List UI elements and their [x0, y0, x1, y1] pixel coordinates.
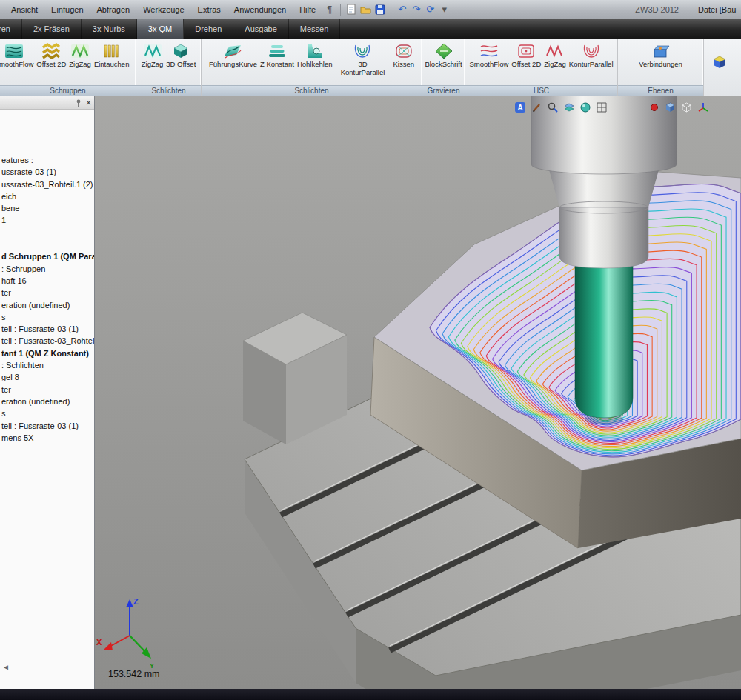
tree-item-operation[interactable]: tant 1 (QM Z Konstant) [1, 347, 94, 359]
group-label-schlichten-2: Schlichten [202, 85, 422, 96]
layers-icon[interactable] [562, 101, 575, 113]
guide-curve-icon [223, 42, 242, 60]
axis-x-label: X [96, 638, 102, 647]
tab-cut-left[interactable]: ren [0, 19, 22, 39]
btn-zigzag-schruppen[interactable]: ZigZag [67, 41, 93, 70]
fillet-corner-icon [305, 42, 325, 60]
btn-hohlkehlen[interactable]: Hohlkehlen [296, 41, 334, 70]
shade-sphere-icon[interactable] [579, 101, 591, 113]
record-dot-icon[interactable] [648, 101, 660, 113]
toolbar-separator [391, 4, 391, 16]
tree-item[interactable]: haft 16 [1, 275, 94, 287]
label-visibility-icon[interactable]: A [514, 101, 526, 113]
close-icon[interactable]: × [86, 99, 91, 107]
tab-messen[interactable]: Messen [289, 19, 341, 39]
tree-item[interactable]: ussraste-03 (1) [1, 166, 94, 178]
grid-icon[interactable] [595, 101, 608, 113]
btn-offset2d-hsc[interactable]: Offset 2D [510, 41, 542, 70]
ribbon-tab-bar: ren 2x Fräsen 3x Nurbs 3x QM Drehen Ausg… [0, 19, 741, 39]
pen-icon[interactable] [530, 101, 542, 113]
tree-item[interactable]: mens 5X [1, 432, 94, 444]
tree-item[interactable]: eration (undefined) [1, 396, 94, 407]
btn-eintauchen[interactable]: Eintauchen [93, 41, 131, 70]
tab-ausgabe[interactable]: Ausgabe [233, 19, 288, 39]
viewport-3d[interactable]: Z X Y 153.542 mm A [95, 96, 741, 689]
ribbon-group-schruppen: SmoothFlow Offset 2D ZigZag [0, 39, 136, 96]
cube-icon[interactable] [710, 53, 729, 71]
refresh-icon[interactable]: ⟳ [423, 2, 437, 16]
tree-item[interactable]: teil : Fussraste-03 (1) [1, 323, 94, 335]
btn-fuehrungskurve[interactable]: FührungsKurve [207, 41, 259, 70]
tree-item[interactable]: s [1, 311, 94, 323]
open-folder-icon[interactable] [359, 2, 373, 16]
menu-hilfe[interactable]: Hilfe [293, 1, 322, 18]
btn-verbindungen[interactable]: Verbindungen [637, 41, 684, 70]
pin-icon[interactable] [74, 99, 83, 107]
undo-icon[interactable]: ↶ [395, 2, 409, 16]
menu-anwendungen[interactable]: Anwendungen [227, 1, 293, 18]
tree-item[interactable]: eatures : [1, 154, 94, 166]
z-level-slices-icon [268, 42, 287, 60]
tree-item[interactable]: gel 8 [1, 371, 94, 383]
btn-3d-konturparallel[interactable]: 3D KonturParallel [333, 41, 391, 77]
tree-item[interactable]: s [1, 407, 94, 419]
btn-zigzag-hsc[interactable]: ZigZag [542, 41, 568, 70]
menu-extras[interactable]: Extras [191, 1, 227, 18]
tab-3x-qm[interactable]: 3x QM [137, 19, 184, 39]
pilcrow-icon[interactable]: ¶ [322, 2, 336, 16]
wireframe-cube-icon[interactable] [680, 101, 693, 113]
view-cube-icon[interactable] [664, 101, 677, 113]
menu-werkzeuge[interactable]: Werkzeuge [136, 1, 190, 18]
tree-item[interactable]: ter [1, 384, 94, 396]
collet-nut [559, 207, 648, 268]
menu-einfuegen[interactable]: Einfügen [44, 1, 90, 18]
app-version-label: ZW3D 2012 [635, 5, 679, 14]
btn-blockschrift[interactable]: BlockSchrift [423, 41, 463, 70]
triad-axes-icon[interactable] [697, 101, 709, 113]
btn-smoothflow-schruppen[interactable]: SmoothFlow [0, 41, 35, 70]
group-label-schlichten: Schlichten [136, 85, 201, 96]
btn-zigzag-schlichten[interactable]: ZigZag [140, 41, 165, 70]
manager-panel: × eatures : ussraste-03 (1) ussraste-03_… [0, 96, 95, 689]
tree-item[interactable]: ter [1, 287, 94, 299]
more-icon[interactable]: ▾ [437, 2, 451, 16]
redo-icon[interactable]: ↷ [409, 2, 423, 16]
btn-konturparallel-hsc[interactable]: KonturParallel [568, 41, 615, 70]
group-label-hsc: HSC [465, 85, 617, 96]
tree-item[interactable]: : Schlichten [1, 359, 94, 371]
measurement-readout: 153.542 mm [108, 669, 159, 679]
btn-3d-offset[interactable]: 3D Offset [165, 41, 197, 70]
file-label: Datei [Bau [698, 5, 741, 14]
tree-item[interactable]: eich [1, 190, 94, 202]
btn-kissen[interactable]: Kissen [391, 41, 416, 70]
tab-drehen[interactable]: Drehen [184, 19, 233, 39]
tree-gap [1, 239, 94, 250]
main-area: Z X Y 153.542 mm A [0, 96, 741, 689]
tree-item[interactable]: bene [1, 202, 94, 214]
zigzag-icon [545, 42, 565, 60]
tree-item[interactable]: ussraste-03_Rohteil.1 (2) [1, 179, 94, 190]
btn-smoothflow-hsc[interactable]: SmoothFlow [468, 41, 510, 70]
menu-ansicht[interactable]: Ansicht [4, 1, 44, 18]
save-icon[interactable] [373, 2, 387, 16]
tab-3x-nurbs[interactable]: 3x Nurbs [82, 19, 137, 39]
btn-z-konstant[interactable]: Z Konstant [259, 41, 296, 70]
tree-item[interactable]: 1 [1, 214, 94, 226]
menu-abfragen[interactable]: Abfragen [90, 1, 137, 18]
btn-offset2d-schruppen[interactable]: Offset 2D [35, 41, 67, 70]
tree-item-operation[interactable]: d Schruppen 1 (QM Paralle [1, 250, 94, 262]
magnifier-icon[interactable] [546, 101, 559, 113]
tab-2x-fraesen[interactable]: 2x Fräsen [22, 19, 82, 39]
svg-text:A: A [517, 104, 522, 112]
iso-box-icon [171, 42, 190, 60]
engrave-plate-icon [434, 42, 453, 60]
container-icon [651, 42, 670, 60]
tree-item[interactable]: teil : Fussraste-03_Rohteil.1 [1, 335, 94, 347]
tree-item[interactable]: : Schruppen [1, 263, 94, 275]
panel-scroll-left-button[interactable]: ◄ [2, 663, 10, 671]
nested-offsets-icon [516, 42, 536, 60]
tree-item[interactable]: eration (undefined) [1, 299, 94, 311]
group-label-gravieren: Gravieren [422, 85, 465, 96]
tree-item[interactable]: teil : Fussraste-03 (1) [1, 420, 94, 432]
new-document-icon[interactable] [345, 2, 359, 16]
